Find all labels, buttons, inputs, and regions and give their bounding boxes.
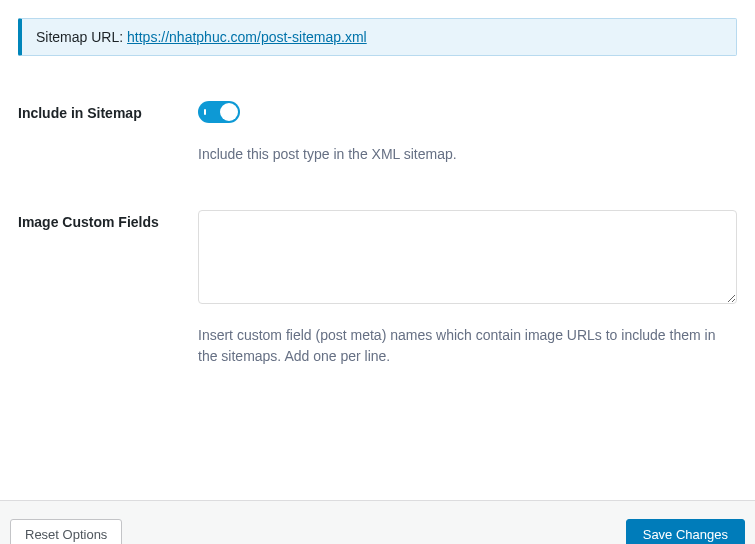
sitemap-url-link[interactable]: https://nhatphuc.com/post-sitemap.xml [127,29,367,45]
include-sitemap-toggle[interactable] [198,101,240,123]
image-custom-fields-label: Image Custom Fields [18,210,198,367]
sitemap-url-notice: Sitemap URL: https://nhatphuc.com/post-s… [18,18,737,56]
reset-options-button[interactable]: Reset Options [10,519,122,544]
image-custom-fields-row: Image Custom Fields Insert custom field … [18,210,737,367]
save-changes-button[interactable]: Save Changes [626,519,745,544]
include-sitemap-label: Include in Sitemap [18,101,198,165]
include-sitemap-description: Include this post type in the XML sitema… [198,144,737,165]
footer-bar: Reset Options Save Changes [0,500,755,544]
image-custom-fields-textarea[interactable] [198,210,737,304]
include-in-sitemap-row: Include in Sitemap Include this post typ… [18,101,737,165]
notice-label: Sitemap URL: [36,29,127,45]
image-custom-fields-description: Insert custom field (post meta) names wh… [198,325,737,367]
